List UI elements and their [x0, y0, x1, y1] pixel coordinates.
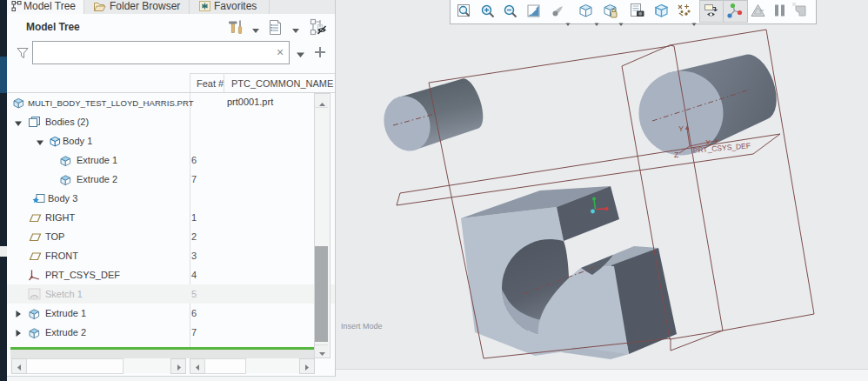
svg-text:Y: Y: [678, 124, 684, 133]
svg-text:Z: Z: [674, 150, 679, 159]
svg-text:Insert Mode: Insert Mode: [341, 322, 383, 331]
